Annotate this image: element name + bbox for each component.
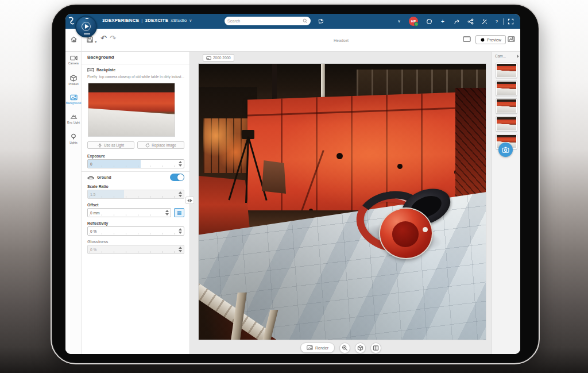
compass-tick [86, 18, 88, 19]
ground-icon [87, 175, 94, 180]
display-icon[interactable] [463, 36, 471, 44]
camera-thumbnail[interactable] [496, 80, 517, 96]
rail-item-camera[interactable]: Camera [65, 55, 82, 74]
rail-item-lights[interactable]: Lights [65, 133, 82, 152]
exposure-label: Exposure [87, 154, 105, 158]
nav-chevron-down-icon[interactable]: ∨ [395, 17, 403, 25]
photo-camera-icon [502, 147, 509, 153]
camera-thumbnail[interactable] [496, 116, 517, 132]
tablet-frame: 3DEXPERIENCE | 3DEXCITE xStudio ∨ ∨ HP + [51, 3, 540, 364]
camera-icon [70, 55, 78, 61]
spinner[interactable] [177, 228, 184, 234]
headphones-near-cup [380, 209, 432, 258]
ground-toggle[interactable] [170, 174, 184, 181]
headphones-product[interactable] [354, 190, 451, 258]
help-icon[interactable]: ? [493, 17, 501, 25]
chevron-down-icon[interactable]: ∨ [189, 18, 192, 23]
3ds-logo-icon [67, 16, 75, 25]
product-box-icon [70, 75, 77, 82]
fullscreen-icon[interactable] [506, 17, 514, 25]
backplate-actions: Use as Light Replace Image [87, 141, 184, 149]
divider [82, 64, 189, 64]
avatar[interactable]: HP [409, 17, 418, 26]
share-network-icon[interactable] [466, 17, 474, 25]
search-icon [303, 18, 308, 24]
glossiness-input[interactable]: 0 % [87, 245, 184, 254]
share-arrow-icon[interactable] [452, 17, 461, 25]
zoom-button[interactable] [339, 343, 350, 353]
topbar-separator [503, 18, 504, 25]
scene-chair [262, 160, 286, 194]
ground-row: Ground [87, 174, 184, 181]
preview-refresh-icon [480, 37, 485, 43]
reflectivity-input[interactable]: 0 % [87, 226, 184, 236]
spinner[interactable] [177, 161, 184, 167]
3dplay-compass-button[interactable] [75, 16, 97, 37]
scale-ratio-input[interactable]: 1.5 [87, 190, 184, 199]
render-image-icon [307, 345, 313, 351]
snapshot-icon[interactable] [508, 36, 515, 44]
add-icon[interactable]: + [439, 17, 447, 25]
magnifier-icon [342, 345, 348, 351]
camera-thumbnail[interactable] [496, 98, 517, 114]
spinner[interactable] [177, 247, 184, 252]
bulb-icon [71, 133, 76, 140]
replace-icon [145, 143, 150, 148]
brand: 3DEXPERIENCE | 3DEXCITE xStudio ∨ [102, 18, 192, 23]
search-input[interactable] [227, 19, 303, 23]
fit-view-button[interactable] [355, 343, 366, 353]
offset-label: Offset [87, 203, 99, 207]
redo-button[interactable]: ↷ [110, 34, 116, 43]
resolution-icon [206, 56, 211, 60]
panel-collapse-handle[interactable] [185, 197, 194, 204]
main-area: Camera Product Background Env. Light Lig… [65, 52, 520, 354]
brand-app: 3DEXCITE [145, 18, 168, 23]
use-as-light-button[interactable]: Use as Light [87, 141, 134, 149]
light-icon [98, 143, 102, 148]
brand-product: xStudio [171, 18, 187, 23]
search-box[interactable] [225, 17, 311, 25]
resolution-badge[interactable]: 2000 2000 [203, 54, 234, 61]
offset-grid-button[interactable]: ▦ [174, 208, 184, 217]
home-button[interactable] [70, 36, 78, 45]
scene-tripod [232, 130, 263, 207]
backplate-icon [87, 67, 94, 72]
replace-image-button[interactable]: Replace Image [137, 141, 184, 149]
apps-icon[interactable] [425, 17, 433, 25]
rendered-scene-image[interactable] [199, 64, 486, 340]
document-toolbar: ▾ ↶ ↷ Headset Preview [65, 29, 520, 52]
exposure-input[interactable]: 0 [87, 159, 184, 168]
cube-icon [357, 345, 363, 351]
camera-thumbnail[interactable] [496, 63, 517, 78]
panel-title: Background [87, 55, 114, 60]
divider [82, 171, 189, 172]
background-image-icon [70, 94, 78, 101]
render-button[interactable]: Render [300, 343, 335, 353]
rail-item-background[interactable]: Background [65, 94, 82, 113]
right-panel-header: Cam... [495, 54, 519, 58]
camera-thumbnails-panel: Cam... [492, 52, 520, 354]
env-light-icon [70, 114, 78, 120]
backplate-description: Firefly_top camera closeup of old white … [87, 75, 185, 79]
spinner[interactable] [177, 191, 184, 197]
add-camera-button[interactable] [498, 143, 513, 157]
left-rail: Camera Product Background Env. Light Lig… [65, 52, 82, 354]
backplate-thumbnail[interactable] [88, 83, 175, 136]
collapse-right-icon[interactable] [517, 55, 519, 58]
tag-icon[interactable] [316, 17, 324, 25]
layout-grid-button[interactable] [370, 343, 381, 353]
viewport-canvas[interactable]: 2000 2000 [190, 52, 492, 354]
play-icon [85, 24, 89, 29]
rail-item-product[interactable]: Product [65, 75, 82, 93]
preview-button[interactable]: Preview [475, 35, 506, 44]
layout-grid-icon [373, 345, 379, 351]
undo-button[interactable]: ↶ [100, 34, 107, 43]
backplate-header: Backplate [87, 67, 115, 72]
brand-platform: 3DEXPERIENCE [102, 18, 139, 23]
tools-icon[interactable] [480, 17, 488, 25]
save-caret-icon[interactable]: ▾ [95, 38, 97, 46]
offset-input[interactable]: 0 mm [87, 208, 171, 217]
spinner[interactable] [164, 210, 171, 216]
rail-item-env-light[interactable]: Env. Light [65, 114, 82, 132]
glossiness-label: Glossiness [87, 240, 108, 244]
